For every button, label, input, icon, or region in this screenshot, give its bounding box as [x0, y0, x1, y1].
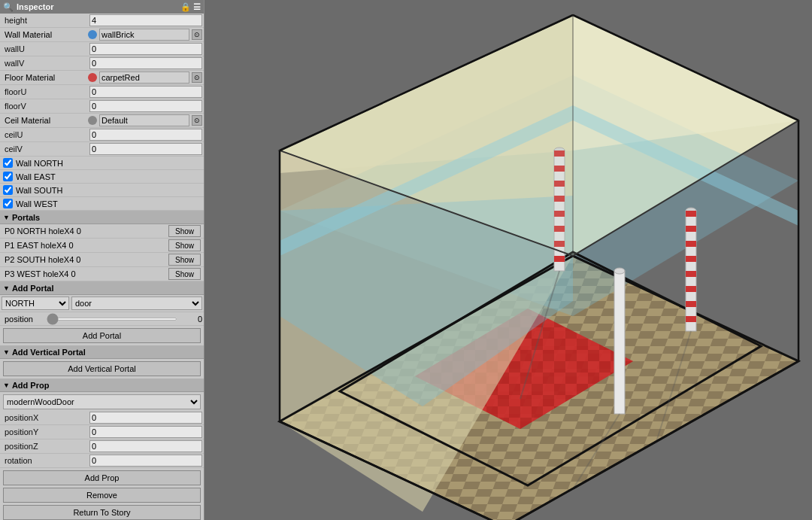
wallu-label: wallU: [2, 44, 88, 53]
inspector-panel: 🔍 Inspector 🔒 ☰ height Wall Material wal…: [0, 0, 205, 520]
floor-material-label: Floor Material: [2, 73, 88, 82]
svg-rect-39: [686, 271, 696, 277]
prop-rotation-input[interactable]: [89, 455, 202, 467]
svg-rect-37: [686, 241, 696, 247]
floor-material-name: carpetRed: [99, 71, 189, 84]
ceilv-input[interactable]: [89, 143, 202, 155]
prop-positionx-input[interactable]: [89, 412, 202, 424]
ceil-material-icon: [88, 116, 97, 125]
wall-east-row: Wall EAST: [0, 170, 204, 184]
portal-2-show-btn[interactable]: Show: [168, 254, 201, 266]
prop-positionz-input[interactable]: [89, 440, 202, 452]
wall-material-icon: [88, 30, 97, 39]
portal-3-show-btn[interactable]: Show: [168, 268, 201, 280]
svg-point-44: [614, 268, 625, 274]
portal-0-row: P0 NORTH holeX4 0 Show: [0, 224, 204, 239]
wall-east-checkbox[interactable]: [3, 172, 13, 181]
prop-positionx-row: positionX: [0, 411, 204, 425]
portal-1-show-btn[interactable]: Show: [168, 239, 201, 251]
prop-rotation-row: rotation: [0, 454, 204, 468]
floorv-label: floorV: [2, 102, 88, 111]
wall-north-checkbox[interactable]: [3, 158, 13, 168]
svg-rect-43: [614, 271, 625, 414]
ceil-material-value: Default ⊙: [88, 114, 202, 126]
portal-1-name: P1 EAST holeX4 0: [2, 241, 168, 250]
wall-west-row: Wall WEST: [0, 197, 204, 211]
portal-0-show-btn[interactable]: Show: [168, 225, 201, 237]
floor-material-icon: [88, 73, 97, 82]
floor-material-value: carpetRed ⊙: [88, 71, 202, 84]
svg-rect-41: [686, 301, 696, 307]
portal-position-label: position: [2, 315, 47, 324]
wall-south-checkbox[interactable]: [3, 185, 13, 195]
portal-2-name: P2 SOUTH holeX4 0: [2, 255, 168, 264]
return-to-story-button[interactable]: Return To Story: [3, 505, 201, 520]
prop-positionz-label: positionZ: [2, 442, 88, 451]
add-prop-arrow: ▼: [3, 382, 10, 389]
add-vertical-portal-button[interactable]: Add Vertical Portal: [3, 361, 201, 376]
add-portal-arrow: ▼: [3, 284, 10, 292]
wallv-input[interactable]: [89, 57, 202, 69]
add-portal-button[interactable]: Add Portal: [3, 328, 201, 343]
flooru-input[interactable]: [89, 86, 202, 98]
ceilu-label: ceilU: [2, 130, 88, 139]
portal-direction-select[interactable]: NORTH EAST SOUTH WEST: [2, 296, 69, 310]
prop-positionx-label: positionX: [2, 413, 88, 422]
wallv-row: wallV: [0, 56, 204, 71]
add-prop-section-header[interactable]: ▼ Add Prop: [0, 379, 204, 392]
ceilv-label: ceilV: [2, 144, 88, 154]
ceil-material-select[interactable]: ⊙: [192, 115, 202, 126]
wall-south-label: Wall SOUTH: [16, 186, 63, 195]
floor-material-select[interactable]: ⊙: [192, 72, 202, 83]
wall-material-name: wallBrick: [99, 29, 189, 41]
height-row: height: [0, 14, 204, 28]
floorv-input[interactable]: [89, 100, 202, 112]
wallu-input[interactable]: [89, 43, 202, 55]
svg-rect-36: [686, 226, 696, 232]
floorv-row: floorV: [0, 99, 204, 114]
wall-west-checkbox[interactable]: [3, 199, 13, 208]
inspector-title: Inspector: [17, 2, 54, 11]
portals-arrow: ▼: [3, 214, 10, 221]
wall-material-select[interactable]: ⊙: [192, 29, 202, 40]
portal-position-slider-container: 0: [47, 315, 202, 324]
add-prop-button[interactable]: Add Prop: [3, 470, 201, 485]
floor-material-row: Floor Material carpetRed ⊙: [0, 71, 204, 85]
room-scene: [205, 0, 812, 520]
menu-icon[interactable]: ☰: [193, 2, 201, 12]
wall-north-label: Wall NORTH: [16, 159, 63, 168]
wallv-label: wallV: [2, 59, 88, 68]
prop-positiony-row: positionY: [0, 425, 204, 439]
lock-icon[interactable]: 🔒: [180, 2, 191, 12]
wall-north-row: Wall NORTH: [0, 157, 204, 170]
portal-position-slider[interactable]: [47, 318, 177, 321]
ceilu-row: ceilU: [0, 128, 204, 142]
ceil-material-label: Ceil Material: [2, 116, 88, 125]
wall-east-label: Wall EAST: [16, 172, 56, 181]
add-portal-section-label: Add Portal: [12, 284, 54, 293]
portal-2-row: P2 SOUTH holeX4 0 Show: [0, 253, 204, 267]
wall-material-label: Wall Material: [2, 30, 88, 39]
add-vertical-portal-section-label: Add Vertical Portal: [12, 348, 86, 357]
prop-rotation-label: rotation: [2, 456, 88, 465]
portal-3-name: P3 WEST holeX4 0: [2, 269, 168, 278]
svg-rect-40: [686, 286, 696, 292]
remove-button[interactable]: Remove: [3, 488, 201, 503]
prop-positiony-input[interactable]: [89, 426, 202, 438]
wallu-row: wallU: [0, 42, 204, 56]
inspector-icon: 🔍: [3, 2, 14, 12]
add-portal-section-header[interactable]: ▼ Add Portal: [0, 281, 204, 295]
add-vertical-portal-section-header[interactable]: ▼ Add Vertical Portal: [0, 345, 204, 359]
prop-select[interactable]: modernWoodDoor: [3, 394, 201, 409]
wall-west-label: Wall WEST: [16, 199, 58, 208]
inspector-body: height Wall Material wallBrick ⊙ wallU w…: [0, 14, 204, 520]
flooru-label: floorU: [2, 87, 88, 96]
portal-type-select[interactable]: door window arch: [71, 296, 202, 310]
height-input[interactable]: [89, 14, 202, 26]
prop-positiony-label: positionY: [2, 427, 88, 436]
viewport[interactable]: [205, 0, 812, 520]
portals-section-header[interactable]: ▼ Portals: [0, 211, 204, 224]
portals-section-label: Portals: [12, 213, 40, 222]
add-prop-section-label: Add Prop: [12, 381, 50, 390]
ceilu-input[interactable]: [89, 129, 202, 141]
